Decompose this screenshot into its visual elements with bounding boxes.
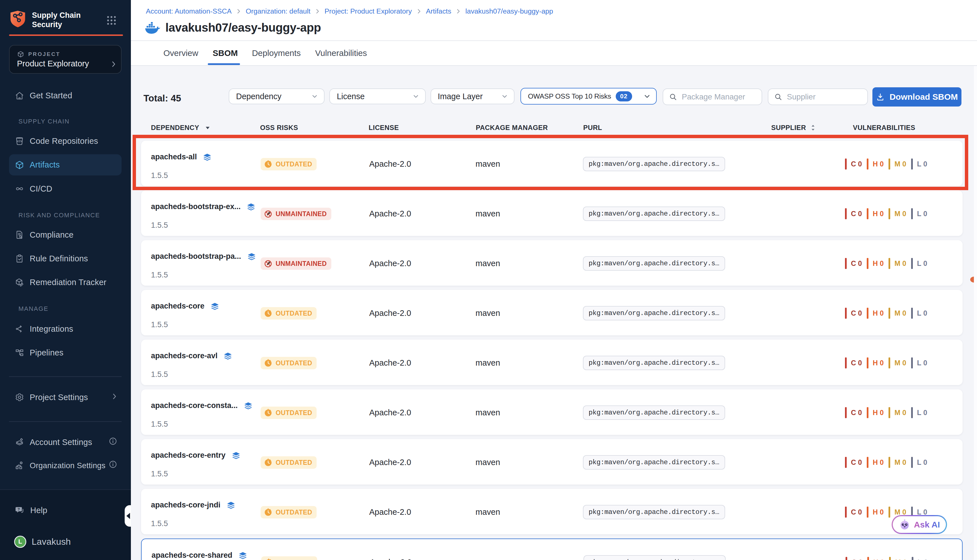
svg-text:</>: </>	[17, 139, 22, 143]
svg-text:?: ?	[18, 507, 20, 512]
